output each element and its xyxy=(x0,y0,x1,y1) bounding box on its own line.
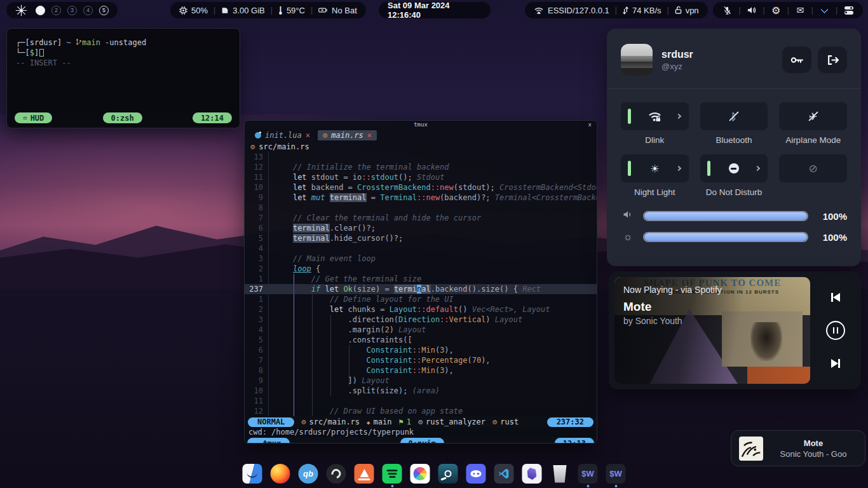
wifi-lock-icon xyxy=(648,111,662,123)
clock-pill[interactable]: Sat 09 Mar 2024 12:16:40 xyxy=(379,2,491,18)
dock-discord-icon[interactable] xyxy=(466,464,486,484)
toggle-do-not-disturb[interactable] xyxy=(700,154,768,182)
statusline-file: src/main.rs xyxy=(301,417,360,426)
toggle-label xyxy=(779,187,847,198)
user-name: srdusr xyxy=(661,49,693,60)
toggle-bluetooth[interactable]: ᛒ xyxy=(700,102,768,130)
lock-keys-button[interactable] xyxy=(782,46,811,73)
code-line: 10 .split(size); (area) xyxy=(245,386,597,396)
mail-icon[interactable]: ✉ xyxy=(795,5,806,16)
dock-obsidian-icon[interactable] xyxy=(522,464,542,484)
code-line: 2 let chunks = Layout::default() Vec<Rec… xyxy=(245,304,597,315)
tmux-window-pill[interactable]: 0:nvim xyxy=(400,438,444,444)
logout-button[interactable] xyxy=(818,46,847,73)
tab-close-icon[interactable]: × xyxy=(367,131,372,140)
essid-text: ESSID/127.0.0.1 xyxy=(548,6,609,15)
statusline-filetype: rust xyxy=(492,417,519,426)
memory-stat: 3.00 GiB xyxy=(221,6,265,15)
window-close-button[interactable]: x xyxy=(588,121,592,129)
toggle-label: Night Light xyxy=(621,187,689,198)
dock-dollar-w-2-icon[interactable]: $W xyxy=(606,464,626,484)
toggle-blocked[interactable] xyxy=(779,154,847,182)
media-notification[interactable]: Mote Sonic Youth - Goo xyxy=(731,430,865,466)
code-line: 2 loop { xyxy=(245,264,597,274)
running-indicator xyxy=(587,485,589,487)
tmux-session-pill[interactable]: tmux xyxy=(247,438,290,444)
dock-firefox-icon[interactable] xyxy=(271,464,290,484)
previous-track-button[interactable] xyxy=(831,293,840,302)
dock-photos-icon[interactable] xyxy=(410,464,430,484)
statusline-branch: main xyxy=(367,417,391,426)
code-line: 12 // Initialize the terminal backend xyxy=(245,162,597,172)
window-title: tmux xyxy=(414,121,428,128)
chevron-right-icon xyxy=(675,114,681,119)
workspace-5[interactable]: 5 xyxy=(99,6,109,15)
workspace-2[interactable]: 2 xyxy=(51,6,61,15)
dock-file-manager-icon[interactable] xyxy=(243,464,262,484)
rust-icon xyxy=(301,417,306,426)
code-line: 7 Constraint::Percentage(70), xyxy=(245,355,597,365)
quick-toggles-icon[interactable] xyxy=(843,5,854,16)
toggle-night-light[interactable] xyxy=(621,154,689,182)
editor-window[interactable]: tmux x init.lua × main.rs × src/main.rs … xyxy=(244,120,597,444)
sun-icon xyxy=(650,163,659,175)
wifi-icon xyxy=(534,6,544,15)
toggle-label: Airplane Mode xyxy=(779,135,847,146)
pause-button[interactable] xyxy=(826,321,845,340)
logo-star-icon[interactable] xyxy=(15,4,27,17)
bluetooth-off-icon: ᛒ xyxy=(728,110,740,123)
vpn-stat[interactable]: vpn xyxy=(675,6,699,15)
workspace-1[interactable] xyxy=(36,6,45,15)
dock-trash-icon[interactable] xyxy=(550,464,570,484)
statusline-diagnostics: 1 xyxy=(398,417,410,426)
dock-dollar-w-1-icon[interactable]: $W xyxy=(578,464,598,484)
notification-title: Mote xyxy=(770,438,857,448)
tab-init-lua[interactable]: init.lua × xyxy=(250,130,315,140)
pause-icon xyxy=(826,321,845,340)
updown-arrows-icon xyxy=(623,6,628,15)
dock-qbittorrent-icon[interactable]: qb xyxy=(299,464,318,484)
tab-main-rs[interactable]: main.rs × xyxy=(318,130,377,140)
next-track-button[interactable] xyxy=(831,359,840,368)
toggle-airplane-mode[interactable]: ✈ xyxy=(779,102,847,130)
prompt-branch: main xyxy=(82,38,100,47)
dock-steam-icon[interactable] xyxy=(438,464,458,484)
volume-slider[interactable] xyxy=(643,211,808,221)
dock: qb$W$W xyxy=(243,464,626,484)
settings-gear-icon[interactable]: ⚙ xyxy=(771,5,782,16)
dock-vscode-icon[interactable] xyxy=(494,464,514,484)
workspace-4[interactable]: 4 xyxy=(83,6,93,15)
brightness-icon: ☼ xyxy=(621,231,635,243)
brightness-slider[interactable] xyxy=(643,232,808,242)
memory-value: 3.00 GiB xyxy=(233,6,265,15)
track-artist: by Sonic Youth xyxy=(623,316,722,326)
wifi-stat[interactable]: ESSID/127.0.0.1 xyxy=(534,6,609,15)
dock-spotify-icon[interactable] xyxy=(383,464,402,484)
quick-toggles: Dlink ᛒ Bluetooth ✈ Airplane Mode Night … xyxy=(621,102,847,198)
microphone-muted-icon[interactable] xyxy=(722,5,733,16)
speaker-icon[interactable] xyxy=(747,5,757,16)
command-line: cwd: /home/srdusr/projects/typerpunk xyxy=(245,428,597,437)
chevron-down-icon[interactable] xyxy=(819,5,830,16)
cursor-position: 237:32 xyxy=(547,417,593,427)
code-line: 13 xyxy=(245,152,597,162)
code-line: 9 ]) Layout xyxy=(245,376,597,386)
logout-icon xyxy=(827,55,839,65)
dock-vlc-icon[interactable] xyxy=(355,464,374,484)
cpu-stat: 50% xyxy=(179,6,208,15)
track-title: Mote xyxy=(623,300,722,314)
cpu-value: 50% xyxy=(191,6,208,15)
toggle-wifi-dlink[interactable] xyxy=(621,102,689,130)
code-line: 4 xyxy=(245,243,597,254)
gear-icon xyxy=(418,417,423,426)
volume-slider-row: 100% xyxy=(621,210,847,222)
tmux-session-pill[interactable]: HUD xyxy=(15,112,52,123)
tmux-window-pill[interactable]: 0:zsh xyxy=(103,112,142,123)
terminal-window[interactable]: ┌─[srdusr] ~ main -unstaged └─[$] -- INS… xyxy=(6,28,240,128)
dock-obs-icon[interactable] xyxy=(327,464,346,484)
tab-close-icon[interactable]: × xyxy=(306,131,310,140)
chevron-right-icon xyxy=(675,166,681,171)
window-icon xyxy=(23,112,27,123)
airplane-off-icon: ✈ xyxy=(806,110,820,123)
workspace-3[interactable]: 3 xyxy=(67,6,77,15)
